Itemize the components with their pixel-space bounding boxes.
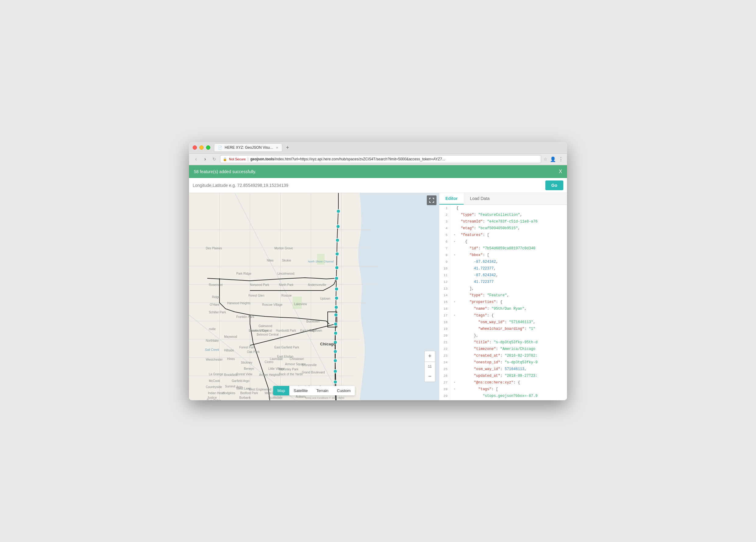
svg-text:Bedford Park: Bedford Park — [240, 391, 258, 395]
maximize-button[interactable] — [206, 145, 210, 150]
not-secure-label: Not Secure — [229, 157, 246, 161]
tab-geojson[interactable]: 📄 HERE XYZ: GeoJSON Visualize... ✕ — [214, 143, 282, 152]
zoom-in-button[interactable]: + — [424, 351, 435, 362]
code-line-19: 19 "wheelchair_boarding": "1" — [439, 326, 567, 332]
coordinate-input[interactable] — [193, 183, 543, 188]
banner-message: 58 feature(s) added successfully. — [194, 169, 256, 174]
svg-text:Uptown: Uptown — [320, 297, 330, 300]
back-button[interactable]: ‹ — [193, 156, 199, 162]
url-text: geojson.tools/index.html?url=https://xyz… — [250, 157, 445, 161]
tab-close-button[interactable]: ✕ — [276, 146, 278, 149]
code-line-6: 6 ▾ { — [439, 238, 567, 245]
code-line-11: 11 -87.624342, — [439, 272, 567, 279]
svg-text:O'Hare: O'Hare — [210, 303, 219, 306]
main-content: Des Plaines Morton Grove North Shore Cha… — [189, 193, 567, 400]
svg-text:Auburn: Auburn — [296, 395, 305, 398]
code-line-8: 8 ▾ "bbox": [ — [439, 252, 567, 259]
tab-editor[interactable]: Editor — [439, 193, 464, 205]
code-line-10: 10 41.722377, — [439, 265, 567, 272]
svg-point-30 — [334, 322, 337, 326]
svg-text:Galewood: Galewood — [259, 324, 272, 328]
svg-point-20 — [337, 209, 340, 213]
svg-text:Franklin Park: Franklin Park — [236, 315, 255, 319]
code-line-23: 23 "created_at": "2016-02-23T02: — [439, 352, 567, 359]
svg-text:Des Plaines: Des Plaines — [206, 247, 222, 250]
code-line-2: 2 "type": "FeatureCollection", — [439, 212, 567, 218]
traffic-lights — [193, 145, 210, 150]
svg-text:Hines: Hines — [227, 357, 235, 361]
refresh-button[interactable]: ↻ — [211, 157, 218, 162]
svg-text:Oak Park: Oak Park — [247, 350, 260, 354]
svg-point-35 — [333, 369, 337, 373]
url-bar[interactable]: 🔒 Not Secure | geojson.tools/index.html?… — [220, 155, 541, 163]
svg-text:Lakeview: Lakeview — [294, 302, 307, 306]
svg-text:Countryside: Countryside — [206, 385, 222, 389]
svg-text:North Park: North Park — [279, 283, 294, 287]
svg-text:Niles: Niles — [267, 259, 273, 262]
svg-text:Morton Grove: Morton Grove — [274, 247, 293, 250]
map-area[interactable]: Des Plaines Morton Grove North Shore Cha… — [189, 193, 439, 400]
svg-point-23 — [335, 252, 339, 256]
map-type-satellite-button[interactable]: Satellite — [289, 386, 312, 395]
profile-button[interactable]: 👤 — [550, 156, 556, 162]
bookmark-button[interactable]: ☆ — [544, 157, 547, 162]
go-button[interactable]: Go — [545, 180, 563, 190]
svg-text:East Garfield Park: East Garfield Park — [274, 346, 299, 349]
tab-load-data[interactable]: Load Data — [464, 193, 496, 205]
map-type-terrain-button[interactable]: Terrain — [312, 386, 333, 395]
zoom-level: 11 — [424, 362, 435, 371]
forward-button[interactable]: › — [202, 156, 209, 162]
code-line-12: 12 41.722377 — [439, 279, 567, 285]
svg-text:Hodgkins: Hodgkins — [223, 391, 235, 395]
svg-text:nville: nville — [209, 327, 216, 331]
svg-point-36 — [333, 380, 337, 384]
svg-point-29 — [334, 313, 338, 317]
svg-text:Park Ridge: Park Ridge — [236, 272, 251, 275]
svg-point-24 — [335, 266, 339, 269]
svg-point-21 — [336, 225, 340, 228]
svg-text:Cicero: Cicero — [265, 360, 273, 364]
svg-text:Old Town: Old Town — [309, 329, 322, 332]
tab-bar: 📄 HERE XYZ: GeoJSON Visualize... ✕ + — [214, 143, 563, 152]
new-tab-button[interactable]: + — [286, 144, 289, 151]
code-line-22: 22 "timezone": "America/Chicago — [439, 346, 567, 352]
editor-panel: Editor Load Data 1 { 2 "type": "FeatureC… — [439, 193, 567, 400]
svg-point-22 — [336, 238, 339, 242]
svg-text:La Grange: La Grange — [209, 373, 223, 376]
svg-text:Indian Head: Indian Head — [208, 391, 224, 395]
svg-text:Northlake: Northlake — [206, 339, 219, 342]
svg-text:Burr Ridge: Burr Ridge — [207, 399, 221, 400]
addressbar: ‹ › ↻ 🔒 Not Secure | geojson.tools/index… — [189, 154, 567, 165]
svg-text:Harwood Heights: Harwood Heights — [227, 301, 251, 305]
tab-title: HERE XYZ: GeoJSON Visualize... — [225, 145, 273, 150]
svg-point-28 — [334, 305, 338, 309]
code-line-26: 26 "updated_at": "2018-09-27T23: — [439, 373, 567, 379]
svg-text:Grand Boulevard: Grand Boulevard — [302, 371, 325, 374]
lock-icon: 🔒 — [223, 157, 227, 161]
success-banner: 58 feature(s) added successfully. X — [189, 165, 567, 178]
svg-text:Summit: Summit — [225, 385, 235, 388]
close-button[interactable] — [193, 145, 197, 150]
map-type-map-button[interactable]: Map — [273, 386, 289, 395]
banner-close-button[interactable]: X — [559, 169, 562, 174]
menu-button[interactable]: ⋮ — [558, 156, 563, 162]
code-line-9: 9 -87.624342, — [439, 259, 567, 265]
url-path: /index.html?url=https://xyz.api.here.com… — [274, 157, 445, 161]
code-line-1: 1 { — [439, 205, 567, 212]
map-type-custom-button[interactable]: Custom — [333, 386, 355, 395]
svg-text:Forest Glen: Forest Glen — [248, 294, 264, 297]
map-svg: Des Plaines Morton Grove North Shore Cha… — [189, 193, 439, 400]
fullscreen-button[interactable] — [427, 195, 437, 205]
svg-text:Roscoe: Roscoe — [281, 294, 292, 297]
code-view[interactable]: 1 { 2 "type": "FeatureCollection", 3 "st… — [439, 205, 567, 400]
svg-text:Humboldt Park: Humboldt Park — [276, 329, 296, 332]
search-bar: Go — [189, 178, 567, 193]
svg-text:East Elsdon: East Elsdon — [277, 355, 293, 358]
code-line-30: 30 ], — [439, 399, 567, 400]
svg-text:Andersonville: Andersonville — [308, 283, 326, 287]
minimize-button[interactable] — [199, 145, 204, 150]
svg-text:Back of the Yards: Back of the Yards — [279, 373, 303, 376]
svg-text:Bucktown: Bucktown — [306, 320, 319, 323]
zoom-out-button[interactable]: − — [424, 371, 435, 382]
code-line-28: 28 ▾ "tags": [ — [439, 386, 567, 393]
